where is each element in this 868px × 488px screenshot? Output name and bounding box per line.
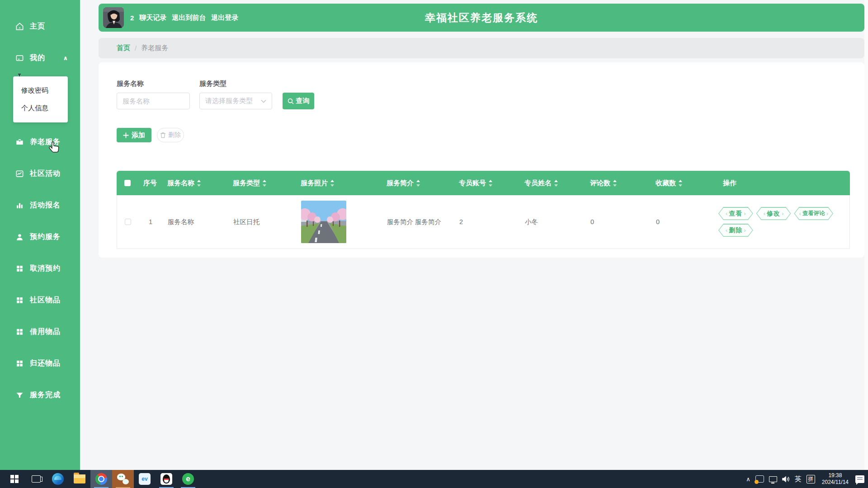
exit-to-front-link[interactable]: 退出到前台	[172, 14, 206, 22]
sort-caret-icon[interactable]	[197, 180, 201, 187]
select-all-checkbox[interactable]	[124, 180, 131, 186]
edge-taskbar-button[interactable]	[47, 470, 69, 488]
sidebar-item-label: 主页	[30, 22, 45, 31]
chrome-taskbar-button[interactable]	[90, 470, 112, 488]
sidebar: 主页 我的 ∧ 修改密码 个人信息 养老服务 社区活动 活动报名	[0, 0, 80, 470]
sidebar-item-label: 预约服务	[30, 232, 61, 242]
sidebar-item-service-done[interactable]: 服务完成	[0, 379, 80, 411]
ev-capture-button[interactable]: ev	[134, 470, 156, 488]
col-header-comments[interactable]: 评论数	[585, 171, 650, 195]
select-all-checkbox-cell[interactable]	[117, 171, 138, 195]
ime-indicator[interactable]: 拼	[807, 475, 815, 483]
sidebar-item-activity-signup[interactable]: 活动报名	[0, 189, 80, 221]
screen-capture-tray-icon[interactable]	[755, 475, 764, 483]
sort-caret-icon[interactable]	[416, 180, 420, 187]
service-type-select[interactable]: 请选择服务类型	[199, 93, 272, 109]
breadcrumb: 首页 / 养老服务	[99, 38, 864, 58]
sidebar-item-return-goods[interactable]: 归还物品	[0, 347, 80, 379]
qq-taskbar-button[interactable]	[156, 470, 177, 488]
sort-caret-icon[interactable]	[262, 180, 267, 187]
grid-icon	[15, 264, 24, 273]
col-header-staff[interactable]: 专员姓名	[519, 171, 585, 195]
delete-button[interactable]: 删除	[157, 128, 184, 142]
sort-caret-icon[interactable]	[488, 180, 493, 187]
sidebar-item-label: 社区物品	[30, 296, 61, 305]
sidebar-item-label: 社区活动	[30, 169, 61, 178]
row-checkbox[interactable]	[125, 219, 131, 225]
col-header-intro[interactable]: 服务简介	[381, 171, 453, 195]
table-row: 1 服务名称 社区日托	[117, 195, 850, 249]
cell-intro: 服务简介 服务简介	[382, 195, 454, 249]
notification-center-icon[interactable]	[855, 475, 864, 483]
col-header-favorites[interactable]: 收藏数	[650, 171, 716, 195]
360-browser-button[interactable]: e	[177, 470, 199, 488]
query-button[interactable]: 查询	[283, 93, 314, 109]
breadcrumb-home-link[interactable]: 首页	[117, 44, 130, 52]
sidebar-item-home[interactable]: 主页	[0, 10, 80, 42]
scrollbar-track[interactable]	[864, 0, 868, 470]
briefcase-icon	[15, 137, 24, 146]
view-button[interactable]: ‹查看›	[718, 207, 753, 220]
file-explorer-button[interactable]	[69, 470, 90, 488]
sort-caret-icon[interactable]	[554, 180, 558, 187]
sort-caret-icon[interactable]	[613, 180, 617, 187]
grid-icon	[15, 359, 24, 368]
cell-name: 服务名称	[162, 195, 228, 249]
logout-link[interactable]: 退出登录	[211, 14, 238, 22]
cell-type: 社区日托	[228, 195, 296, 249]
edit-button[interactable]: ‹修改›	[756, 207, 791, 220]
language-indicator[interactable]: 英	[795, 475, 802, 483]
taskbar-clock[interactable]: 19:38 2024/11/14	[820, 472, 850, 486]
start-button[interactable]	[4, 470, 25, 488]
view-comments-button[interactable]: ‹查看评论›	[794, 207, 833, 220]
sidebar-item-label: 借用物品	[30, 327, 61, 337]
table-toolbar: 添加 删除	[117, 128, 184, 142]
funnel-icon	[15, 390, 24, 399]
sidebar-item-reserve-service[interactable]: 预约服务	[0, 221, 80, 253]
avatar[interactable]	[103, 7, 124, 28]
task-view-button[interactable]	[25, 470, 47, 488]
qq-icon	[160, 473, 172, 485]
sidebar-item-cancel-reserve[interactable]: 取消预约	[0, 253, 80, 284]
system-tray: ∧ 英 拼 19:38 2024/11/14	[746, 470, 864, 488]
submenu-item-profile[interactable]: 个人信息	[13, 99, 68, 117]
row-delete-button[interactable]: ‹删除›	[718, 224, 753, 237]
wechat-taskbar-button[interactable]	[112, 470, 134, 488]
ev-capture-icon: ev	[139, 473, 151, 485]
tray-expand-icon[interactable]: ∧	[746, 476, 750, 483]
sidebar-item-mine[interactable]: 我的 ∧	[0, 42, 80, 74]
wechat-icon	[117, 474, 129, 484]
col-header-account[interactable]: 专员账号	[453, 171, 519, 195]
sidebar-item-community-activity[interactable]: 社区活动	[0, 158, 80, 189]
cell-index: 1	[139, 195, 162, 249]
top-header-bar: 2 聊天记录 退出到前台 退出登录 幸福社区养老服务系统	[99, 4, 864, 32]
windows-taskbar: ev e ∧ 英 拼 19:38 2024/11/14	[0, 470, 868, 488]
cell-actions: ‹查看› ‹修改› ‹查看评论› ‹删除›	[716, 195, 849, 249]
chevron-up-icon: ∧	[63, 55, 68, 61]
breadcrumb-separator: /	[135, 44, 137, 52]
table-header-row: 序号 服务名称 服务类型 服务照片 服务简介 专员账号 专员姓名 评论数 收藏数…	[117, 171, 850, 195]
clock-time: 19:38	[828, 472, 842, 479]
sidebar-item-label: 取消预约	[30, 264, 61, 273]
sort-caret-icon[interactable]	[678, 180, 683, 187]
chrome-icon	[95, 473, 107, 485]
col-header-type[interactable]: 服务类型	[227, 171, 295, 195]
col-header-photo[interactable]: 服务照片	[295, 171, 381, 195]
clock-date: 2024/11/14	[822, 479, 849, 485]
plus-icon	[123, 132, 129, 138]
sidebar-item-elder-service[interactable]: 养老服务	[0, 126, 80, 158]
col-header-index: 序号	[138, 171, 162, 195]
add-button[interactable]: 添加	[117, 128, 151, 142]
volume-tray-icon[interactable]	[782, 476, 790, 483]
network-tray-icon[interactable]	[769, 476, 777, 482]
submenu-item-change-password[interactable]: 修改密码	[13, 82, 68, 99]
sort-caret-icon[interactable]	[330, 180, 335, 187]
sidebar-item-label: 活动报名	[30, 201, 61, 210]
service-name-input[interactable]	[117, 93, 190, 109]
col-header-name[interactable]: 服务名称	[162, 171, 227, 195]
sidebar-item-borrow-goods[interactable]: 借用物品	[0, 316, 80, 347]
sidebar-item-community-goods[interactable]: 社区物品	[0, 284, 80, 316]
service-photo[interactable]	[301, 201, 346, 243]
user-icon	[15, 232, 24, 241]
chat-history-link[interactable]: 聊天记录	[139, 14, 166, 22]
